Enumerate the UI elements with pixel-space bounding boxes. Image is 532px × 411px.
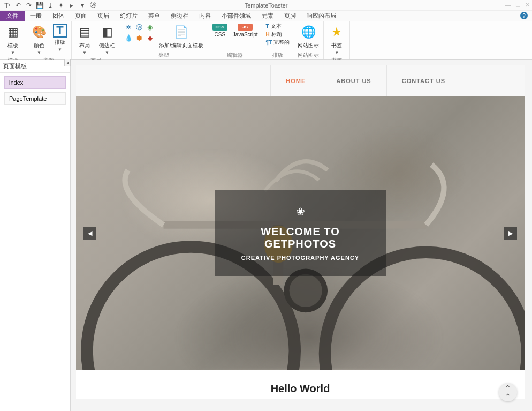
redo-icon[interactable]: ↷ — [25, 1, 33, 10]
wordpress-icon[interactable]: ⓦ — [134, 23, 144, 32]
add-edit-page-template-button[interactable]: 📄 添加/编辑页面模板 — [158, 23, 204, 50]
ribbon-group-template: ▦ 模板 ▼ 模板 — [0, 21, 26, 59]
bookmark-button[interactable]: ★ 书签 ▼ — [327, 23, 346, 56]
leaf-icon: ❀ — [224, 205, 376, 218]
save-icon[interactable]: 💾 — [35, 1, 44, 10]
paragraph-option[interactable]: ¶T完整的 — [265, 39, 290, 46]
layout-button[interactable]: ▤ 布局 ▼ — [75, 23, 94, 56]
tab-elements[interactable]: 元素 — [256, 10, 279, 21]
help-icon[interactable]: ? — [520, 12, 528, 19]
page-template-item-index[interactable]: index — [4, 76, 66, 89]
window-controls: — ☐ ✕ — [505, 2, 530, 9]
star-icon: ★ — [328, 24, 345, 41]
sidebar-button[interactable]: ◧ 侧边栏 ▼ — [97, 23, 117, 56]
css-icon: CSS — [212, 24, 227, 31]
tab-general[interactable]: 一般 — [25, 10, 47, 21]
template-page[interactable]: HOME ABOUT US CONTACT US — [76, 65, 525, 399]
sidebar-icon: ◧ — [98, 24, 116, 41]
chevron-down-icon: ▼ — [58, 47, 62, 52]
magento-icon[interactable]: ◆ — [145, 33, 155, 43]
hero-overlay: ❀ WELCOME TO GETPHOTOS CREATIVE PHOTOGRA… — [215, 190, 386, 276]
globe-icon: 🌐 — [300, 24, 317, 41]
ribbon-group-editor: CSS CSS JS JavaScript 编辑器 — [208, 21, 263, 59]
tab-group[interactable]: 团体 — [47, 10, 70, 21]
slider-prev-icon[interactable]: ◀ — [83, 227, 96, 240]
javascript-button[interactable]: JS JavaScript — [232, 23, 259, 39]
heading-icon: H — [265, 32, 269, 38]
template-icon: ▦ — [4, 24, 21, 41]
tab-footer[interactable]: 页脚 — [279, 10, 301, 21]
virtuemart-icon[interactable]: ◉ — [145, 23, 155, 32]
menu-tabs: 文件 一般 团体 页面 页眉 幻灯片 菜单 侧边栏 内容 小部件领域 元素 页脚… — [0, 11, 532, 21]
drupal-icon[interactable]: 💧 — [124, 33, 133, 43]
tab-widgets[interactable]: 小部件领域 — [216, 10, 256, 21]
ribbon-group-favicon: 🌐 网站图标 网站图标 — [293, 21, 324, 59]
close-icon[interactable]: ✕ — [525, 2, 530, 9]
ribbon-group-label: 网站图标 — [297, 51, 320, 59]
tab-header[interactable]: 页眉 — [92, 10, 115, 21]
nav-about[interactable]: ABOUT US — [321, 65, 386, 96]
palette-icon: 🎨 — [31, 24, 48, 41]
design-canvas[interactable]: HOME ABOUT US CONTACT US — [71, 60, 532, 411]
chevron-up-icon: ⌃⌃ — [505, 384, 511, 401]
upload-icon[interactable]: ✦ — [57, 1, 65, 10]
favicon-button[interactable]: 🌐 网站图标 — [297, 23, 320, 50]
paragraph-icon: ¶T — [265, 40, 272, 46]
collapse-panel-icon[interactable]: ◂ — [64, 59, 71, 66]
hello-heading: Hello World — [76, 370, 525, 399]
title-bar: TT ↶ ↷ 💾 ⤓ ✦ ▸ ▾ ⓦ TemplateToaster — ☐ ✕ — [0, 0, 532, 11]
quick-access-toolbar: TT ↶ ↷ 💾 ⤓ ✦ ▸ ▾ ⓦ — [0, 1, 97, 10]
ribbon-group-theme: 🎨 颜色 ▼ T 排版 ▼ 主题 — [26, 21, 72, 59]
ribbon-group-type: ✲ ⓦ ◉ 💧 ⬢ ◆ 📄 添加/编辑页面模板 类型 — [120, 21, 208, 59]
font-icon: T — [53, 24, 67, 38]
layout-icon: ▤ — [76, 24, 93, 41]
chevron-down-icon: ▼ — [37, 50, 41, 55]
tab-slides[interactable]: 幻灯片 — [115, 10, 143, 21]
tab-responsive[interactable]: 响应的布局 — [301, 10, 341, 21]
maximize-icon[interactable]: ☐ — [515, 2, 521, 9]
wordpress-icon[interactable]: ⓦ — [89, 1, 97, 10]
hero-slider[interactable]: ◀ ▶ ❀ WELCOME TO GETPHOTOS CREATIVE PHOT… — [76, 96, 525, 370]
template-button[interactable]: ▦ 模板 ▼ — [3, 23, 22, 56]
ribbon: ▦ 模板 ▼ 模板 🎨 颜色 ▼ T 排版 ▼ 主题 ▤ 布局 — [0, 21, 532, 60]
tab-content[interactable]: 内容 — [194, 10, 216, 21]
minimize-icon[interactable]: — — [505, 2, 511, 9]
page-icon: 📄 — [172, 24, 189, 41]
typography-button[interactable]: T 排版 ▼ — [52, 23, 68, 53]
page-template-item-pagetemplate[interactable]: PageTemplate — [4, 92, 66, 105]
chevron-down-icon: ▼ — [82, 50, 87, 55]
html5-icon[interactable]: ⬢ — [134, 33, 144, 43]
ribbon-group-label: 类型 — [124, 51, 204, 59]
play-icon[interactable]: ▸ — [67, 1, 76, 10]
file-tab[interactable]: 文件 — [0, 11, 25, 21]
ribbon-group-bookmark: ★ 书签 ▼ 书签 — [324, 21, 350, 59]
hero-title: WELCOME TO GETPHOTOS — [224, 226, 376, 250]
chevron-down-icon: ▼ — [105, 50, 109, 55]
tab-page[interactable]: 页面 — [70, 10, 92, 21]
js-icon: JS — [238, 24, 253, 31]
ribbon-group-label: 编辑器 — [211, 51, 259, 59]
chevron-down-icon: ▼ — [335, 50, 339, 55]
heading-option[interactable]: H标题 — [265, 31, 290, 38]
text-tool-icon[interactable]: TT — [3, 1, 12, 10]
text-icon: T — [265, 24, 269, 29]
cms-icon-grid: ✲ ⓦ ◉ 💧 ⬢ ◆ — [124, 23, 155, 43]
nav-contact[interactable]: CONTACT US — [386, 65, 460, 96]
joomla-icon[interactable]: ✲ — [124, 23, 133, 32]
slider-next-icon[interactable]: ▶ — [504, 227, 517, 240]
svg-point-6 — [290, 274, 322, 307]
undo-icon[interactable]: ↶ — [14, 1, 22, 10]
hero-subtitle: CREATIVE PHOTOGRAPHY AGENCY — [224, 255, 376, 261]
nav-home[interactable]: HOME — [270, 65, 321, 96]
text-option[interactable]: T文本 — [265, 23, 290, 30]
dropdown-icon[interactable]: ▾ — [78, 1, 87, 10]
ribbon-group-label: 排版 — [265, 51, 290, 59]
css-button[interactable]: CSS CSS — [211, 23, 229, 39]
color-button[interactable]: 🎨 颜色 ▼ — [29, 23, 49, 56]
scroll-to-top-button[interactable]: ⌃⌃ — [499, 383, 517, 401]
download-icon[interactable]: ⤓ — [46, 1, 55, 10]
tab-sidebar[interactable]: 侧边栏 — [165, 10, 194, 21]
panel-title: 页面模板 ◂ — [0, 60, 70, 73]
tab-menu[interactable]: 菜单 — [143, 10, 165, 21]
template-nav: HOME ABOUT US CONTACT US — [76, 65, 525, 96]
